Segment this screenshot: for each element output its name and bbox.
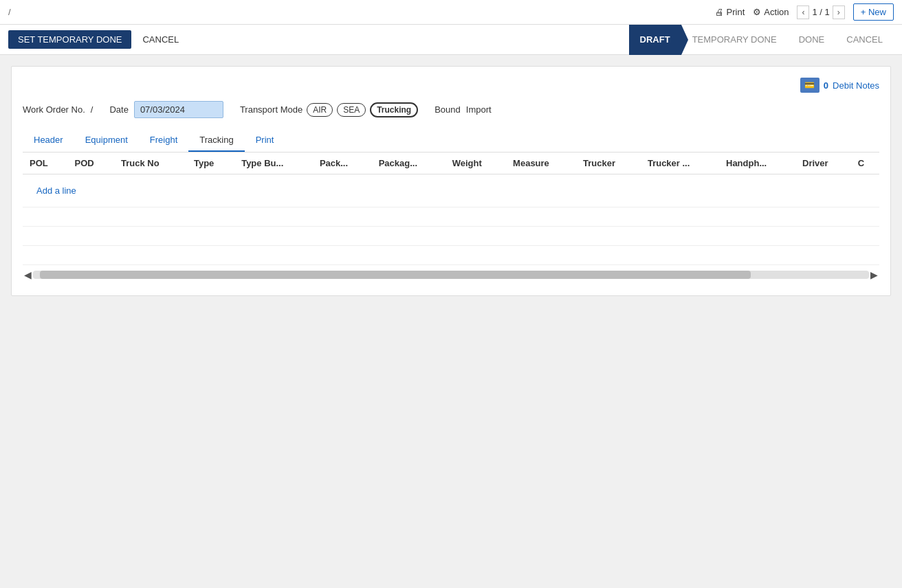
work-order-row: Work Order No. / Date Transport Mode AIR… [23,101,879,118]
date-input[interactable] [134,101,223,118]
status-draft[interactable]: DRAFT [629,25,681,55]
debit-notes-area: 💳 0 Debit Notes [23,78,879,93]
breadcrumb: / [8,7,11,17]
next-page-button[interactable]: › [833,5,845,19]
table-scroll-container: POL POD Truck No Type Type Bu... Pack...… [23,152,879,265]
col-measure: Measure [506,152,576,174]
gear-icon: ⚙ [753,7,761,17]
col-driver: Driver [795,152,851,174]
action-bar-left: SET TEMPORARY DONE CANCEL [8,30,184,49]
prev-page-button[interactable]: ‹ [797,5,809,19]
col-truck-no: Truck No [114,152,187,174]
add-line-button[interactable]: Add a line [30,180,83,201]
table-row: Add a line [23,174,879,207]
breadcrumb-area: / [8,7,11,17]
tracking-table: POL POD Truck No Type Type Bu... Pack...… [23,152,879,265]
tab-equipment[interactable]: Equipment [74,129,139,152]
status-temporary-done[interactable]: TEMPORARY DONE [681,25,788,55]
action-button[interactable]: ⚙ Action [753,7,789,17]
status-pipeline: DRAFT TEMPORARY DONE DONE CANCEL [629,25,894,55]
status-done[interactable]: DONE [788,25,836,55]
col-pod: POD [67,152,114,174]
transport-mode-field: Transport Mode AIR SEA Trucking [240,102,418,117]
new-button[interactable]: + New [853,3,894,21]
col-c: C [851,152,879,174]
tabs: Header Equipment Freight Tracking Print [23,129,879,152]
col-pack: Pack... [313,152,372,174]
col-packag: Packag... [372,152,446,174]
scroll-thumb [40,271,751,279]
tab-freight[interactable]: Freight [139,129,188,152]
empty-row-3 [23,246,879,265]
main-content: 💳 0 Debit Notes Work Order No. / Date Tr… [0,55,902,307]
set-temporary-done-button[interactable]: SET TEMPORARY DONE [8,30,131,49]
scroll-track[interactable] [33,271,869,279]
print-button[interactable]: 🖨 Print [715,7,745,17]
action-bar: SET TEMPORARY DONE CANCEL DRAFT TEMPORAR… [0,25,902,55]
col-type-bu: Type Bu... [234,152,313,174]
horizontal-scrollbar: ◀ ▶ [23,265,879,284]
table-header-row: POL POD Truck No Type Type Bu... Pack...… [23,152,879,174]
col-weight: Weight [446,152,506,174]
pagination: ‹ 1 / 1 › [797,5,844,19]
top-bar: / 🖨 Print ⚙ Action ‹ 1 / 1 › + New [0,0,902,25]
form-card: 💳 0 Debit Notes Work Order No. / Date Tr… [11,66,891,296]
transport-mode-sea[interactable]: SEA [337,103,366,117]
transport-mode-trucking[interactable]: Trucking [370,102,418,117]
col-pol: POL [23,152,67,174]
empty-row-1 [23,207,879,227]
tab-print[interactable]: Print [245,129,285,152]
print-icon: 🖨 [715,7,724,17]
work-order-field: Work Order No. / [23,104,93,115]
empty-row-2 [23,227,879,246]
debit-notes-button[interactable]: 💳 0 Debit Notes [800,78,879,93]
scroll-left-button[interactable]: ◀ [23,269,33,280]
scroll-right-button[interactable]: ▶ [869,269,879,280]
col-handph: Handph... [719,152,795,174]
col-trucker-ext: Trucker ... [641,152,719,174]
col-trucker: Trucker [576,152,641,174]
tab-header[interactable]: Header [23,129,74,152]
tab-tracking[interactable]: Tracking [188,129,244,152]
top-bar-actions: 🖨 Print ⚙ Action ‹ 1 / 1 › + New [715,3,894,21]
col-type: Type [187,152,234,174]
date-field: Date [109,101,223,118]
debit-notes-icon: 💳 [800,78,820,93]
bound-field: Bound Import [434,104,491,115]
transport-mode-air[interactable]: AIR [307,103,333,117]
cancel-button[interactable]: CANCEL [137,30,184,49]
status-cancel[interactable]: CANCEL [835,25,894,55]
